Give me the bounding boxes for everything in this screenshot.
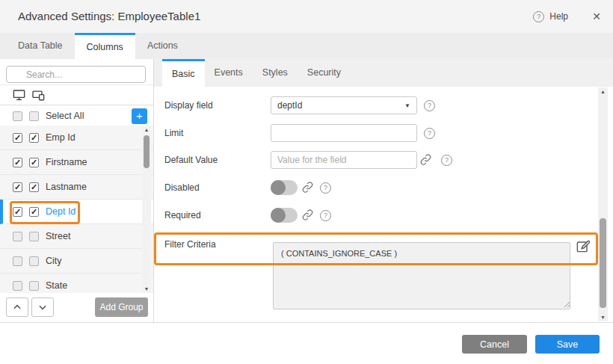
column-label: Emp Id <box>46 132 76 143</box>
column-list-scrollbar[interactable]: ▲ ▼ <box>142 126 151 293</box>
column-row-city[interactable]: City <box>0 249 153 274</box>
display-field-label: Display field <box>164 96 213 114</box>
help-circle-icon[interactable]: ? <box>320 210 331 221</box>
tab-data-table[interactable]: Data Table <box>6 33 75 59</box>
column-row-emp-id[interactable]: Emp Id <box>0 126 153 150</box>
tab-actions[interactable]: Actions <box>135 33 190 59</box>
help-circle-icon[interactable]: ? <box>424 128 435 139</box>
save-button[interactable]: Save <box>535 335 600 354</box>
default-value-input[interactable] <box>271 151 417 169</box>
mobile-checkbox[interactable] <box>29 256 39 266</box>
limit-label: Limit <box>164 124 183 142</box>
add-group-button[interactable]: Add Group <box>95 297 148 317</box>
select-all-label: Select All <box>46 111 84 121</box>
help-circle-icon[interactable]: ? <box>320 182 331 194</box>
panel-scrollbar[interactable]: ▲ ▼ <box>598 87 608 321</box>
select-all-row: Select All <box>0 106 153 126</box>
detail-tab-bar: Basic Events Styles Security <box>154 59 613 87</box>
cancel-button[interactable]: Cancel <box>462 335 527 354</box>
select-all-web-checkbox[interactable] <box>13 111 22 121</box>
chevron-up-icon <box>12 302 22 312</box>
device-toggle-row <box>0 84 153 105</box>
edit-icon[interactable] <box>576 239 590 253</box>
column-row-street[interactable]: Street <box>0 224 153 249</box>
mobile-devices-icon[interactable] <box>31 88 46 102</box>
toggle-knob <box>271 208 286 223</box>
limit-row: Limit ? <box>154 124 609 142</box>
display-field-row: Display field deptId ▼ ? <box>154 96 609 114</box>
scroll-down-icon[interactable]: ▼ <box>598 315 608 320</box>
required-toggle[interactable] <box>271 208 298 223</box>
column-row-lastname[interactable]: Lastname <box>0 175 153 200</box>
help-button[interactable]: ? Help <box>533 0 568 33</box>
filter-criteria-row: Filter Criteria ( CONTAINS_IGNORE_CASE ) <box>154 232 609 309</box>
bind-link-icon[interactable] <box>302 209 313 220</box>
column-label: City <box>46 256 62 266</box>
tab-basic[interactable]: Basic <box>162 59 205 87</box>
scrollbar-thumb[interactable] <box>600 218 606 308</box>
chevron-down-icon <box>37 302 48 312</box>
move-up-button[interactable] <box>6 297 28 317</box>
dialog-footer: Cancel Save <box>0 322 613 364</box>
web-checkbox[interactable] <box>13 182 22 192</box>
mobile-checkbox[interactable] <box>29 182 39 192</box>
select-all-mobile-checkbox[interactable] <box>29 111 39 121</box>
filter-criteria-label: Filter Criteria <box>164 239 216 250</box>
column-row-state[interactable]: State <box>0 274 153 293</box>
dialog-header: Advanced Settings: EmployeeTable1 ? Help… <box>0 0 613 33</box>
scrollbar-thumb[interactable] <box>144 135 150 168</box>
mobile-checkbox[interactable] <box>29 133 39 143</box>
web-checkbox[interactable] <box>13 232 22 241</box>
mobile-checkbox[interactable] <box>29 232 39 241</box>
web-checkbox[interactable] <box>13 281 22 291</box>
disabled-toggle[interactable] <box>271 180 298 195</box>
move-down-button[interactable] <box>31 297 54 317</box>
web-checkbox[interactable] <box>13 158 22 167</box>
limit-input[interactable] <box>271 124 417 142</box>
scroll-down-icon[interactable]: ▼ <box>142 286 151 291</box>
sidebar-footer: Add Group <box>0 297 153 322</box>
tab-styles[interactable]: Styles <box>253 59 298 87</box>
column-row-firstname[interactable]: Firstname <box>0 150 153 175</box>
help-label: Help <box>549 11 568 22</box>
close-icon[interactable]: ✕ <box>592 0 601 33</box>
filter-criteria-textarea[interactable]: ( CONTAINS_IGNORE_CASE ) <box>273 242 570 309</box>
column-label: Street <box>46 231 70 241</box>
scroll-up-icon[interactable]: ▲ <box>598 89 608 94</box>
desktop-icon[interactable] <box>12 88 26 102</box>
dialog-title: Advanced Settings: EmployeeTable1 <box>18 0 200 33</box>
mobile-checkbox[interactable] <box>29 207 39 217</box>
add-column-button[interactable]: + <box>132 108 147 124</box>
disabled-label: Disabled <box>164 180 200 195</box>
web-checkbox[interactable] <box>13 133 22 143</box>
bind-link-icon[interactable] <box>302 182 313 193</box>
bind-link-icon[interactable] <box>420 154 431 165</box>
column-label: State <box>46 280 67 291</box>
tab-security[interactable]: Security <box>298 59 351 87</box>
column-label: Dept Id <box>46 206 76 217</box>
mobile-checkbox[interactable] <box>29 281 39 291</box>
advanced-settings-dialog: Advanced Settings: EmployeeTable1 ? Help… <box>0 0 613 364</box>
help-circle-icon[interactable]: ? <box>441 155 452 166</box>
display-field-select[interactable]: deptId ▼ <box>271 96 417 114</box>
tab-events[interactable]: Events <box>205 59 253 87</box>
mobile-checkbox[interactable] <box>29 158 39 167</box>
help-icon: ? <box>533 11 544 22</box>
column-list: Emp Id Firstname Lastname Dept Id Street <box>0 126 153 293</box>
main-tab-bar: Data Table Columns Actions <box>0 33 613 59</box>
toggle-knob <box>271 180 286 195</box>
search-input[interactable] <box>6 66 146 83</box>
resize-grip-icon[interactable] <box>563 300 570 308</box>
required-row: Required ? <box>154 208 609 223</box>
columns-sidebar: Select All + Emp Id Firstname Lastname <box>0 59 154 322</box>
caret-down-icon: ▼ <box>404 102 410 109</box>
help-circle-icon[interactable]: ? <box>424 100 435 111</box>
web-checkbox[interactable] <box>13 207 22 217</box>
column-row-dept-id[interactable]: Dept Id <box>0 200 153 224</box>
default-value-label: Default Value <box>164 151 218 169</box>
disabled-row: Disabled ? <box>154 180 609 195</box>
scroll-up-icon[interactable]: ▲ <box>142 127 151 132</box>
display-field-value: deptId <box>277 100 302 111</box>
web-checkbox[interactable] <box>13 256 22 266</box>
tab-columns[interactable]: Columns <box>75 33 135 59</box>
